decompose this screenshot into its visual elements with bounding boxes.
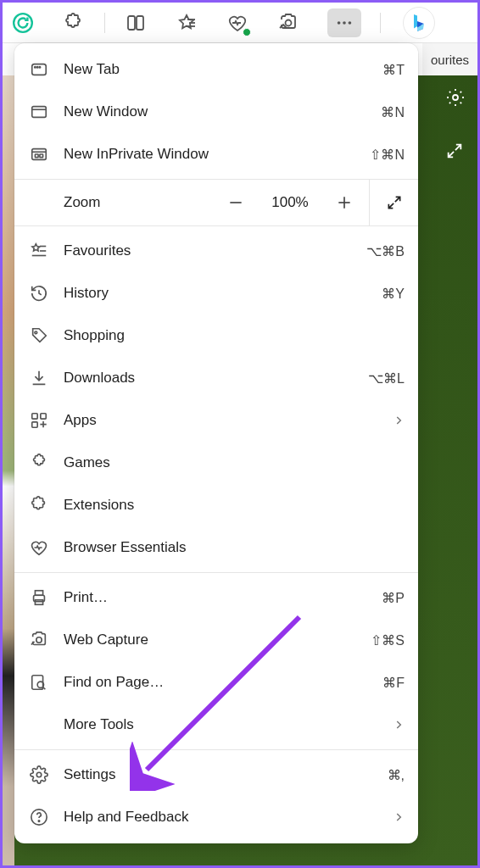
menu-label: Help and Feedback — [64, 809, 379, 826]
fullscreen-button[interactable] — [369, 179, 418, 226]
menu-label: Web Capture — [64, 632, 357, 648]
menu-games[interactable]: Games — [14, 442, 418, 484]
menu-label: New Window — [64, 103, 367, 120]
chevron-right-icon — [393, 719, 405, 731]
capture-icon — [28, 629, 50, 651]
zoom-out-button[interactable] — [211, 179, 260, 226]
svg-point-9 — [349, 21, 352, 25]
svg-rect-20 — [40, 154, 43, 158]
chevron-right-icon — [393, 811, 405, 823]
bing-button[interactable] — [403, 7, 435, 39]
svg-point-8 — [343, 21, 346, 25]
menu-label: Shopping — [64, 327, 405, 344]
heartbeat-icon[interactable] — [226, 11, 249, 35]
svg-point-0 — [14, 14, 32, 32]
chevron-right-icon — [393, 415, 405, 426]
menu-favourites[interactable]: Favourites ⌥⌘B — [14, 230, 418, 272]
find-icon — [28, 671, 50, 693]
menu-shortcut: ⌥⌘L — [368, 370, 405, 387]
toolbar-divider-2 — [380, 13, 381, 33]
svg-point-10 — [453, 95, 458, 100]
menu-new-inprivate[interactable]: New InPrivate Window ⇧⌘N — [14, 133, 418, 175]
tag-icon — [28, 325, 50, 347]
browser-toolbar — [3, 3, 477, 43]
menu-separator — [14, 749, 418, 750]
svg-rect-17 — [32, 149, 47, 160]
menu-shortcut: ⌘F — [382, 675, 405, 691]
menu-label: History — [64, 285, 368, 302]
download-icon — [28, 367, 50, 389]
svg-rect-15 — [32, 107, 47, 118]
favourites-bar-label: ourites — [431, 53, 469, 67]
svg-point-6 — [286, 19, 292, 25]
menu-find[interactable]: Find on Page… ⌘F — [14, 661, 418, 704]
more-menu-button[interactable] — [327, 8, 361, 37]
menu-shortcut: ⌥⌘B — [366, 243, 405, 259]
settings-overlay-icon[interactable] — [445, 87, 466, 108]
menu-history[interactable]: History ⌘Y — [14, 272, 418, 314]
menu-label: Games — [64, 454, 405, 471]
sidebar-overlay-icons — [445, 87, 466, 160]
svg-rect-11 — [32, 64, 47, 75]
menu-web-capture[interactable]: Web Capture ⇧⌘S — [14, 619, 418, 661]
menu-label: Downloads — [64, 370, 354, 387]
settings-icon — [28, 764, 50, 786]
svg-rect-2 — [137, 16, 143, 30]
menu-apps[interactable]: Apps — [14, 399, 418, 442]
star-list-icon — [28, 240, 50, 262]
menu-new-tab[interactable]: New Tab ⌘T — [14, 48, 418, 91]
menu-extensions[interactable]: Extensions — [14, 484, 418, 526]
menu-new-window[interactable]: New Window ⌘N — [14, 91, 418, 133]
extensions-icon — [28, 494, 50, 516]
menu-shortcut: ⇧⌘S — [371, 632, 405, 648]
svg-rect-32 — [35, 591, 42, 596]
menu-label: Print… — [64, 589, 368, 606]
split-screen-icon[interactable] — [124, 11, 148, 35]
svg-point-14 — [39, 67, 40, 68]
menu-label: Apps — [64, 412, 379, 429]
menu-settings[interactable]: Settings ⌘, — [14, 754, 418, 796]
svg-point-37 — [36, 772, 42, 777]
menu-label: Favourites — [64, 242, 353, 259]
menu-shopping[interactable]: Shopping — [14, 314, 418, 357]
zoom-label: Zoom — [64, 194, 100, 211]
grammarly-icon[interactable] — [11, 11, 35, 35]
menu-shortcut: ⌘, — [388, 767, 405, 783]
menu-downloads[interactable]: Downloads ⌥⌘L — [14, 357, 418, 399]
new-tab-icon — [28, 58, 50, 81]
svg-point-39 — [38, 821, 39, 821]
favourites-bar-fragment: ourites — [422, 43, 477, 75]
svg-point-27 — [35, 331, 37, 334]
zoom-value: 100% — [260, 194, 320, 211]
menu-help[interactable]: Help and Feedback — [14, 796, 418, 838]
svg-point-7 — [338, 21, 341, 25]
svg-rect-33 — [35, 600, 42, 605]
print-icon — [28, 587, 50, 609]
menu-shortcut: ⌘N — [381, 104, 405, 120]
menu-label: New Tab — [64, 61, 369, 78]
menu-more-tools[interactable]: More Tools — [14, 704, 418, 746]
svg-point-13 — [36, 67, 37, 68]
svg-point-12 — [35, 67, 36, 68]
menu-print[interactable]: Print… ⌘P — [14, 576, 418, 619]
heartbeat-menu-icon — [28, 537, 50, 559]
help-icon — [28, 806, 50, 828]
menu-label: Settings — [64, 766, 374, 783]
screenshot-icon[interactable] — [276, 11, 300, 35]
favourites-icon[interactable] — [175, 11, 198, 35]
svg-rect-19 — [35, 154, 38, 158]
svg-rect-28 — [32, 414, 37, 419]
games-icon — [28, 452, 50, 474]
menu-label: New InPrivate Window — [64, 146, 356, 163]
menu-browser-essentials[interactable]: Browser Essentials — [14, 526, 418, 569]
apps-icon — [28, 409, 50, 431]
menu-separator — [14, 572, 418, 573]
fullscreen-overlay-icon[interactable] — [445, 142, 466, 160]
menu-shortcut: ⌘Y — [382, 286, 405, 302]
inprivate-icon — [28, 143, 50, 165]
svg-rect-1 — [128, 16, 135, 30]
extension-icon[interactable] — [62, 11, 86, 35]
menu-label: Find on Page… — [64, 674, 369, 691]
history-icon — [28, 282, 50, 304]
zoom-in-button[interactable] — [320, 179, 369, 226]
